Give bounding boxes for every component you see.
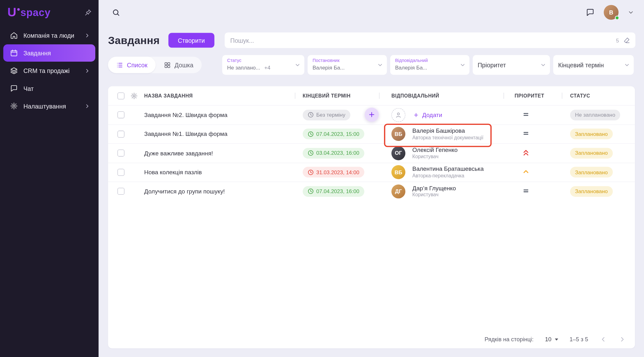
logo-dot [17, 8, 19, 11]
filter-deadline[interactable]: Кінцевий термін [553, 55, 634, 75]
assignee-avatar[interactable]: ВБ [391, 127, 405, 141]
filter-label: Відповідальний [395, 58, 457, 63]
table-empty-space [108, 201, 635, 330]
tab-label: Список [127, 61, 147, 68]
filter-extra-count: +4 [264, 64, 270, 71]
pagination-range: 1–5 з 5 [569, 336, 588, 343]
add-assignee-label: Додати [422, 112, 442, 118]
table-settings-gear-icon[interactable] [130, 92, 138, 100]
deadline-text: 07.04.2023, 15:00 [316, 131, 359, 137]
task-name[interactable]: Завдання №2. Швидка форма [144, 112, 227, 118]
sidebar-item-chat[interactable]: Чат [3, 80, 95, 97]
chat-icon [10, 84, 18, 92]
eraser-icon [623, 36, 630, 44]
sidebar-item-label: CRM та продажі [23, 67, 84, 74]
table-row[interactable]: Нова колекція пазлів 31.03.2023, 14:00 В… [108, 163, 635, 182]
assignee-role: Авторка технічної документації [412, 135, 483, 141]
assignee-avatar[interactable]: ДГ [391, 184, 405, 198]
task-name[interactable]: Дуже важливе завдання! [144, 150, 213, 156]
avatar-initials: ВБ [395, 169, 402, 176]
tab-board-view[interactable]: Дошка [156, 57, 202, 73]
assignee-avatar[interactable]: ВБ [391, 165, 405, 179]
filter-responsible[interactable]: Відповідальний Валерія Ба... [390, 55, 469, 75]
deadline-pill: Без терміну [303, 109, 350, 120]
assignee-placeholder-icon [391, 108, 405, 122]
assignee-name[interactable]: Валентина Браташевська [412, 165, 484, 172]
table-row[interactable]: Долучитися до групи пошуку! 07.04.2023, … [108, 181, 635, 201]
pin-icon [84, 8, 92, 16]
tab-list-view[interactable]: Список [108, 57, 156, 73]
plus-icon [368, 111, 375, 119]
sidebar-item-company[interactable]: Компанія та люди [3, 27, 95, 44]
online-status-dot [615, 16, 619, 20]
task-name[interactable]: Нова колекція пазлів [144, 169, 202, 176]
priority-normal-icon[interactable] [522, 130, 529, 137]
user-menu-chevron[interactable] [628, 9, 634, 16]
status-badge[interactable]: Не заплановано [570, 109, 620, 120]
column-header-name[interactable]: НАЗВА ЗАВДАННЯ [144, 86, 295, 105]
deadline-text: Без терміну [316, 112, 346, 118]
add-assignee-button[interactable]: Додати [413, 112, 442, 118]
next-page-button[interactable] [619, 336, 626, 343]
status-badge[interactable]: Заплановано [570, 129, 613, 139]
column-header-priority[interactable]: ПРІОРИТЕТ [503, 86, 562, 105]
task-name[interactable]: Завдання №1. Швидка форма [144, 131, 227, 137]
previous-page-button[interactable] [600, 336, 607, 343]
filter-priority[interactable]: Пріоритет [473, 55, 550, 75]
priority-normal-icon[interactable] [522, 111, 529, 118]
assignee-name[interactable]: Валерія Башкірова [412, 127, 483, 134]
deadline-text: 07.04.2023, 16:00 [316, 188, 359, 195]
user-avatar[interactable]: В [604, 5, 619, 20]
clock-icon [308, 131, 314, 137]
filter-status[interactable]: Статус Не заплано...+4 [222, 55, 304, 75]
assignee-avatar[interactable]: ОГ [391, 146, 405, 160]
status-badge[interactable]: Заплановано [570, 186, 613, 197]
row-checkbox[interactable] [118, 169, 125, 176]
assignee-name[interactable]: Дар’я Глущенко [412, 185, 456, 192]
row-checkbox[interactable] [118, 188, 125, 195]
message-icon [586, 8, 595, 17]
task-name[interactable]: Долучитися до групи пошуку! [144, 188, 225, 195]
list-icon [116, 61, 123, 68]
column-header-responsible[interactable]: ВІДПОВІДАЛЬНИЙ [379, 86, 504, 105]
topbar: В [98, 0, 644, 25]
view-switcher: Список Дошка [108, 57, 202, 73]
chevron-right-icon [619, 336, 626, 343]
messages-button[interactable] [586, 8, 595, 17]
filter-author[interactable]: Постановник Валерія Ба... [308, 55, 387, 75]
clock-icon [308, 169, 314, 176]
pin-sidebar-button[interactable] [84, 8, 92, 16]
clear-filters-button[interactable] [623, 36, 630, 44]
assignee-name[interactable]: Олексій Гепенко [412, 147, 458, 153]
row-checkbox[interactable] [118, 131, 125, 137]
priority-highest-icon[interactable] [522, 149, 529, 156]
quick-add-assignee-button[interactable] [365, 108, 379, 121]
tasks-table: НАЗВА ЗАВДАННЯ КІНЦЕВИЙ ТЕРМІН ВІДПОВІДА… [108, 86, 635, 348]
filters-row: Статус Не заплано...+4 Постановник Валер… [222, 55, 634, 75]
select-all-checkbox[interactable] [118, 92, 125, 99]
column-header-status[interactable]: СТАТУС [562, 86, 635, 105]
priority-normal-icon[interactable] [522, 187, 529, 194]
grid-icon [164, 61, 171, 68]
task-search-input[interactable] [230, 37, 616, 44]
row-checkbox[interactable] [118, 150, 125, 157]
table-row[interactable]: Завдання №1. Швидка форма 07.04.2023, 15… [108, 124, 635, 143]
rows-per-page-select[interactable]: 10 [545, 336, 558, 343]
global-search-button[interactable] [112, 8, 120, 16]
status-badge[interactable]: Заплановано [570, 148, 613, 159]
sidebar-item-crm[interactable]: CRM та продажі [3, 62, 95, 79]
status-badge[interactable]: Заплановано [570, 167, 613, 178]
row-checkbox[interactable] [118, 111, 125, 118]
chevron-right-icon [84, 68, 91, 74]
column-header-deadline[interactable]: КІНЦЕВИЙ ТЕРМІН [295, 86, 379, 105]
controls-row: Список Дошка Статус Не заплано...+4 [108, 55, 634, 75]
priority-high-icon[interactable] [522, 168, 529, 175]
sidebar-item-settings[interactable]: Налаштування [3, 98, 95, 115]
create-task-button[interactable]: Створити [168, 33, 214, 47]
sidebar-nav: Компанія та люди Завдання [0, 25, 98, 114]
table-row[interactable]: Дуже важливе завдання! 03.04.2023, 16:00… [108, 143, 635, 163]
deadline-text: 03.04.2023, 16:00 [316, 150, 359, 156]
avatar-initials: ДГ [395, 188, 402, 195]
sidebar-item-tasks[interactable]: Завдання [3, 44, 95, 62]
app-logo[interactable]: U spacy [8, 6, 51, 19]
